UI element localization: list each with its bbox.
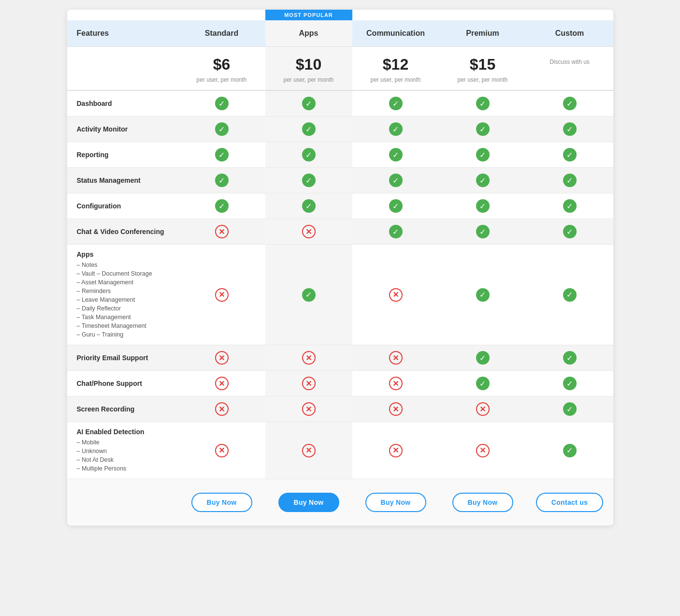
cross-icon: ✕ (389, 444, 403, 457)
cross-icon: ✕ (215, 377, 229, 390)
check-icon: ✓ (563, 148, 577, 161)
list-item: Leave Management (77, 295, 152, 304)
cell-standard: ✓ (178, 91, 265, 116)
buy-now-communication-button[interactable]: Buy Now (365, 493, 426, 512)
cell-apps: ✕ (265, 219, 352, 244)
feature-name: Apps (77, 250, 152, 258)
btn-cell-custom[interactable]: Contact us (526, 493, 613, 512)
price-apps: $10 per user, per month (265, 47, 352, 90)
cell-custom: ✓ (526, 371, 613, 396)
check-icon: ✓ (563, 97, 577, 110)
check-icon: ✓ (563, 174, 577, 187)
col-header-standard: Standard (178, 20, 265, 46)
check-icon: ✓ (563, 444, 577, 457)
cell-communication: ✕ (352, 345, 439, 370)
cross-icon: ✕ (215, 351, 229, 365)
contact-us-button[interactable]: Contact us (536, 493, 603, 512)
cell-standard: ✕ (178, 396, 265, 422)
buy-now-premium-button[interactable]: Buy Now (452, 493, 513, 512)
cross-icon: ✕ (389, 288, 403, 302)
check-icon: ✓ (302, 148, 316, 161)
feature-name: Dashboard (77, 100, 112, 107)
cross-icon: ✕ (302, 444, 316, 457)
check-icon: ✓ (389, 148, 403, 161)
list-item: Notes (77, 261, 152, 269)
cross-icon: ✕ (302, 225, 316, 238)
cell-communication: ✕ (352, 371, 439, 396)
cross-icon: ✕ (389, 377, 403, 390)
price-premium: $15 per user, per month (439, 47, 526, 90)
table-row: Chat/Phone Support✕✕✕✓✓ (67, 371, 613, 396)
feature-name: Chat & Video Conferencing (77, 228, 164, 235)
cell-standard: ✕ (178, 345, 265, 370)
btn-cell-premium[interactable]: Buy Now (439, 493, 526, 512)
cell-premium: ✓ (439, 91, 526, 116)
price-custom: Discuss with us (526, 47, 613, 90)
cell-apps: ✕ (265, 396, 352, 422)
list-item: Guru – Training (77, 330, 152, 339)
cross-icon: ✕ (302, 351, 316, 365)
list-item: Timesheet Management (77, 322, 152, 330)
cell-custom: ✓ (526, 193, 613, 219)
col-header-apps: Apps (265, 20, 352, 46)
cell-premium: ✓ (439, 193, 526, 219)
check-icon: ✓ (302, 97, 316, 110)
cell-premium: ✕ (439, 396, 526, 422)
table-row: Chat & Video Conferencing✕✕✓✓✓ (67, 219, 613, 245)
cell-communication: ✓ (352, 168, 439, 193)
cell-communication: ✕ (352, 245, 439, 345)
feature-name-cell: Chat & Video Conferencing (67, 219, 178, 244)
table-row: Priority Email Support✕✕✕✓✓ (67, 345, 613, 371)
buy-now-apps-button[interactable]: Buy Now (278, 493, 339, 512)
cell-standard: ✕ (178, 219, 265, 244)
cross-icon: ✕ (476, 402, 490, 416)
buy-now-standard-button[interactable]: Buy Now (191, 493, 252, 512)
cross-icon: ✕ (389, 351, 403, 365)
list-item: Daily Reflector (77, 304, 152, 313)
feature-name: Configuration (77, 202, 121, 210)
cell-custom: ✓ (526, 219, 613, 244)
list-item: Asset Management (77, 278, 152, 287)
cell-standard: ✓ (178, 193, 265, 219)
cell-apps: ✕ (265, 422, 352, 479)
feature-name-cell: Activity Monitor (67, 117, 178, 142)
cell-premium: ✕ (439, 422, 526, 479)
feature-name: AI Enabled Detection (77, 428, 145, 436)
feature-name-cell: Status Management (67, 168, 178, 193)
table-row: Activity Monitor✓✓✓✓✓ (67, 117, 613, 142)
pricing-table: MOST POPULAR Features Standard Apps Comm… (67, 10, 613, 526)
table-row: AI Enabled Detection MobileUnknownNot At… (67, 422, 613, 479)
list-item: Not At Desk (77, 455, 145, 464)
cross-icon: ✕ (389, 402, 403, 416)
table-row: Dashboard✓✓✓✓✓ (67, 91, 613, 117)
cell-apps: ✓ (265, 245, 352, 345)
feature-name: Reporting (77, 151, 109, 159)
btn-cell-communication[interactable]: Buy Now (352, 493, 439, 512)
btn-cell-standard[interactable]: Buy Now (178, 493, 265, 512)
feature-name: Priority Email Support (77, 354, 148, 362)
cell-premium: ✓ (439, 168, 526, 193)
cell-communication: ✓ (352, 142, 439, 167)
cell-premium: ✓ (439, 142, 526, 167)
cell-apps: ✓ (265, 91, 352, 116)
check-icon: ✓ (389, 225, 403, 238)
feature-name: Activity Monitor (77, 125, 128, 133)
cell-custom: ✓ (526, 117, 613, 142)
list-item: Reminders (77, 287, 152, 295)
check-icon: ✓ (215, 148, 229, 161)
cell-premium: ✓ (439, 345, 526, 370)
btn-cell-apps[interactable]: Buy Now (265, 493, 352, 512)
cell-apps: ✓ (265, 168, 352, 193)
check-icon: ✓ (476, 174, 490, 187)
cell-custom: ✓ (526, 245, 613, 345)
cell-apps: ✓ (265, 193, 352, 219)
cross-icon: ✕ (476, 444, 490, 457)
check-icon: ✓ (563, 122, 577, 136)
check-icon: ✓ (476, 377, 490, 390)
price-communication: $12 per user, per month (352, 47, 439, 90)
data-rows: Dashboard✓✓✓✓✓Activity Monitor✓✓✓✓✓Repor… (67, 91, 613, 479)
check-icon: ✓ (563, 199, 577, 213)
check-icon: ✓ (389, 174, 403, 187)
feature-name-cell: Apps NotesVault – Document StorageAsset … (67, 245, 178, 345)
feature-name-cell: Reporting (67, 142, 178, 167)
